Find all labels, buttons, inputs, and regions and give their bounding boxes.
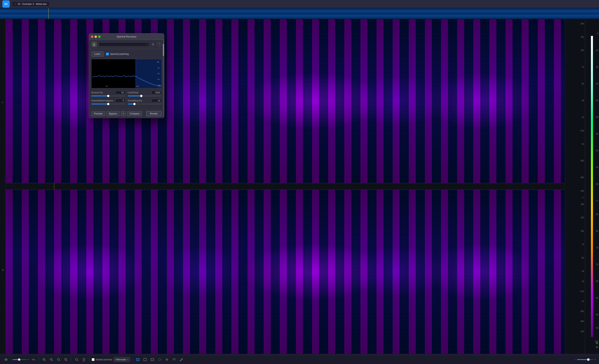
freq-100-b: 100 [581, 330, 584, 333]
attenuate-dropdown[interactable]: Attenuate ▾ [114, 357, 130, 362]
waveform-overview[interactable] [0, 8, 599, 19]
waveform-tool-icon[interactable] [31, 357, 36, 362]
tab-close-icon[interactable]: × [15, 3, 16, 5]
db-label-60: 60 [596, 213, 598, 215]
db-label-15: 15 [596, 66, 598, 68]
spectrum-curve-svg [91, 59, 161, 88]
amount-slider-thumb[interactable] [107, 95, 109, 97]
smoothing-slider-track[interactable] [128, 104, 162, 104]
vowel-slider-fill [91, 104, 108, 104]
modal-maximize-button[interactable] [98, 36, 101, 38]
preset-dropdown-arrow: ▾ [147, 43, 148, 45]
freq-select-tool[interactable] [150, 357, 155, 362]
smoothing-value[interactable] [151, 99, 162, 102]
vowel-slider-thumb[interactable] [107, 103, 109, 105]
spectral-patching-label: Spectral patching [110, 53, 129, 55]
instant-process-checkbox[interactable] [92, 358, 95, 361]
tab-filename: 10 - Example 3 - Metal.wav [18, 3, 47, 5]
modal-close-button[interactable] [91, 36, 93, 38]
freq-3k: 3k [582, 99, 584, 102]
right-zoom-thumb[interactable] [587, 358, 590, 361]
help-button[interactable]: ? [157, 42, 162, 47]
zoom-fit-tool[interactable] [56, 357, 62, 362]
zoom-region-tool[interactable] [63, 357, 69, 362]
harmonic-tool[interactable] [171, 357, 177, 362]
svg-rect-4 [94, 43, 95, 44]
zoom-in-tool[interactable] [41, 357, 47, 362]
freq-5k: 5k [582, 83, 584, 85]
search-tool[interactable] [74, 357, 79, 362]
vowel-value[interactable] [115, 99, 125, 102]
zoom-in-right-icon[interactable]: + [28, 358, 29, 361]
preset-icon [91, 42, 97, 47]
amount-slider-track[interactable] [91, 96, 125, 96]
svg-rect-25 [136, 358, 139, 361]
freq-7k: 7k [582, 66, 584, 68]
spectrum-graph[interactable]: dB -40 -60 -80 -100 1k 10k Hz [91, 59, 162, 88]
freq-1k-b: 1k [582, 300, 584, 302]
plus-button[interactable]: + [121, 111, 126, 116]
file-tab[interactable]: × 10 - Example 3 - Metal.wav [12, 2, 49, 7]
db-label-45: 45 [596, 166, 598, 169]
zoom-out-tool[interactable] [49, 357, 54, 362]
left-channel-labels: L R [0, 19, 6, 354]
preset-dropdown[interactable]: ▾ [98, 42, 149, 46]
svg-rect-22 [65, 359, 67, 360]
hand-tool[interactable] [81, 357, 87, 362]
db-label-10: 10 [596, 49, 598, 51]
modal-scrollbar-thumb[interactable] [163, 44, 164, 56]
freq-10k-b: 10k [581, 230, 584, 232]
smoothing-slider-thumb[interactable] [133, 103, 136, 105]
spectral-patching-checkbox[interactable]: ✓ [106, 53, 109, 55]
spectrogram-bottom[interactable] [6, 190, 565, 354]
horizontal-zoom-thumb[interactable] [18, 358, 20, 361]
magic-wand-tool[interactable] [164, 357, 170, 362]
amount-value[interactable] [115, 91, 125, 94]
time-select-tool[interactable] [142, 357, 148, 362]
audio-waveform-icon[interactable] [3, 357, 9, 362]
spectral-patching-row: ✓ Spectral patching [106, 53, 129, 55]
freq-3k-b: 3k [582, 270, 584, 272]
lasso-tool[interactable] [157, 357, 162, 362]
db-label-40: 40 [596, 150, 598, 152]
cutoff-slider-thumb[interactable] [140, 95, 142, 97]
instant-process-label: Instant process [96, 358, 112, 361]
right-zoom-track[interactable] [577, 359, 593, 360]
db-label-35: 35 [596, 133, 598, 135]
svg-rect-10 [7, 359, 7, 360]
spectrogram-svg-bottom [6, 190, 565, 354]
amount-control: Amount [%] [91, 91, 125, 96]
zoom-out-icon[interactable]: ⊖ [596, 346, 598, 349]
horizontal-zoom-track[interactable] [13, 359, 27, 360]
db-label-70: 70 [596, 247, 598, 249]
freq-15k: 15k [581, 36, 584, 38]
freq-500: 500 [581, 160, 584, 162]
svg-rect-8 [5, 359, 6, 361]
hamburger-menu-button[interactable]: ☰ [151, 42, 155, 47]
app-logo: RX [2, 0, 10, 8]
zoom-out-left-icon[interactable]: − [10, 358, 12, 361]
cutoff-slider-track[interactable] [128, 96, 162, 96]
pencil-tool[interactable] [179, 357, 184, 362]
modal-titlebar[interactable]: Spectral Recovery [89, 34, 164, 40]
render-button[interactable]: Render [146, 111, 162, 116]
spectral-recovery-dialog: Spectral Recovery ▾ ☰ ? Learn [89, 33, 164, 118]
modal-minimize-button[interactable] [95, 36, 97, 38]
bypass-button[interactable]: Bypass [106, 111, 120, 116]
svg-point-23 [75, 358, 77, 360]
compare-button[interactable]: Compare [127, 111, 142, 116]
zoom-in-icon[interactable]: ⊕ [596, 341, 598, 345]
logo-rx: RX [4, 3, 8, 5]
vowel-slider-track[interactable] [91, 104, 125, 104]
learn-button[interactable]: Learn [91, 51, 104, 57]
zoom-plus-right[interactable]: + [594, 358, 596, 361]
freq-300-b: 300 [581, 320, 584, 322]
svg-rect-26 [144, 358, 147, 361]
zoom-minus-right[interactable]: − [574, 358, 576, 361]
rectangle-select-tool[interactable] [135, 357, 141, 362]
vowel-label: Vowel/sibilant balance [91, 99, 113, 102]
cutoff-value[interactable] [151, 91, 162, 94]
preview-button[interactable]: Preview [91, 111, 105, 116]
modal-scrollbar[interactable] [163, 40, 164, 118]
spectrum-db-neg40: -40 [157, 67, 161, 69]
